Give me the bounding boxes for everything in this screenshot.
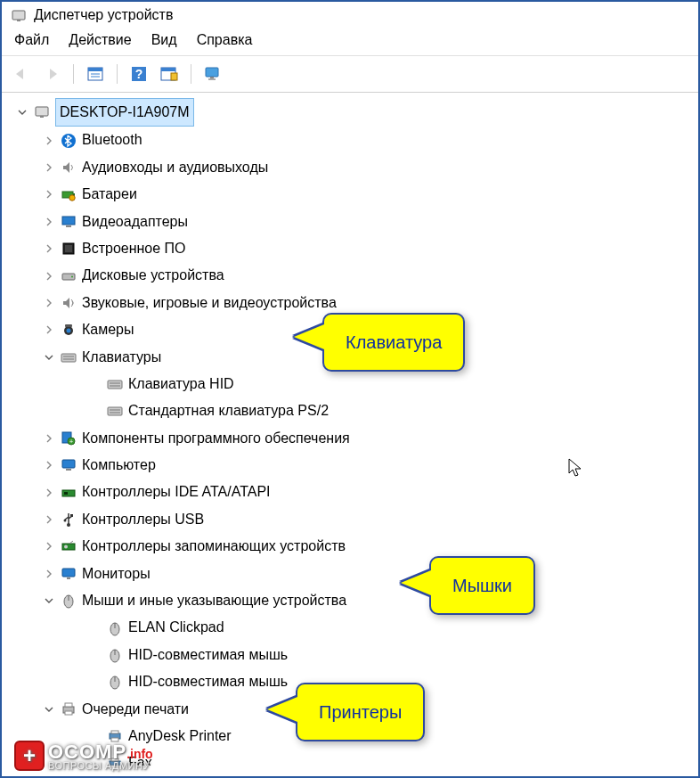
tree-device[interactable]: Стандартная клавиатура PS/2 (5, 397, 698, 424)
callout-keyboard: Клавиатура (322, 313, 465, 372)
svg-rect-61 (65, 703, 72, 707)
tree-label: Контроллеры USB (82, 506, 204, 533)
tree-label: Батареи (82, 181, 137, 208)
nav-back-button[interactable] (9, 61, 34, 86)
caret-right-icon[interactable] (43, 487, 55, 499)
caret-down-icon[interactable] (43, 703, 55, 716)
battery-icon (61, 186, 77, 202)
menu-action[interactable]: Действие (69, 32, 131, 48)
svg-rect-21 (66, 225, 71, 227)
tree-category[interactable]: Встроенное ПО (5, 235, 698, 262)
properties-button[interactable] (83, 61, 108, 86)
tree-category[interactable]: Контроллеры USB (5, 506, 698, 533)
mouse-cursor-icon (568, 458, 582, 478)
tree-category[interactable]: Bluetooth (5, 127, 698, 153)
caret-right-icon[interactable] (43, 161, 55, 174)
menu-help[interactable]: Справка (197, 32, 253, 48)
tree-category[interactable]: Контроллеры запоминающих устройств (5, 533, 698, 560)
tree-root[interactable]: DESKTOP-I1A907M (5, 98, 698, 127)
tree-device[interactable]: Клавиатура HID (5, 371, 698, 397)
tree-device[interactable]: ELAN Clickpad (5, 614, 698, 641)
toolbar: ? (2, 55, 698, 93)
device-manager-window: Диспетчер устройств Файл Действие Вид Сп… (0, 0, 700, 778)
caret-right-icon[interactable] (43, 568, 55, 580)
svg-point-49 (64, 545, 68, 549)
caret-right-icon[interactable] (43, 297, 55, 309)
tree-label: Встроенное ПО (82, 235, 186, 262)
help-button[interactable]: ? (126, 61, 151, 86)
caret-right-icon[interactable] (43, 459, 55, 471)
svg-point-19 (69, 195, 75, 201)
display-icon (61, 214, 77, 230)
tree-label: Аудиовходы и аудиовыходы (82, 154, 268, 181)
tree-category[interactable]: Мониторы (5, 561, 698, 587)
tree-label: ELAN Clickpad (128, 614, 224, 641)
computer-icon (61, 457, 77, 473)
caret-down-icon[interactable] (43, 594, 55, 607)
caret-right-icon[interactable] (43, 242, 55, 255)
watermark: + OCOMP.info ВОПРОСЫ АДМИНУ (14, 741, 153, 771)
tree-category[interactable]: Контроллеры IDE ATA/ATAPI (5, 479, 698, 505)
menu-file[interactable]: Файл (14, 32, 49, 48)
svg-rect-42 (66, 469, 71, 471)
caret-right-icon[interactable] (43, 188, 55, 201)
tree-category[interactable]: Дисковые устройства (5, 262, 698, 289)
mouse-icon (107, 674, 123, 690)
scan-hardware-button[interactable] (157, 61, 182, 86)
svg-rect-28 (65, 324, 72, 327)
caret-right-icon[interactable] (43, 540, 55, 553)
monitor-icon (61, 566, 77, 582)
keyboard-icon (107, 403, 123, 419)
svg-rect-44 (64, 492, 68, 495)
caret-down-icon[interactable] (43, 351, 55, 364)
tree-label: HID-совместимая мышь (128, 642, 288, 668)
bt-icon (61, 133, 77, 149)
svg-point-47 (64, 520, 67, 522)
tree-label: Bluetooth (82, 127, 142, 153)
callout-printers: Принтеры (296, 683, 425, 741)
tree-label: HID-совместимая мышь (128, 668, 288, 695)
menubar: Файл Действие Вид Справка (2, 27, 698, 55)
watermark-sub: ВОПРОСЫ АДМИНУ (48, 760, 153, 771)
menu-view[interactable]: Вид (151, 32, 177, 48)
firmware-icon (61, 241, 77, 257)
tree-category[interactable]: Аудиовходы и аудиовыходы (5, 154, 698, 181)
caret-right-icon[interactable] (43, 216, 55, 228)
app-icon (11, 7, 27, 23)
toolbar-separator (191, 64, 191, 84)
tree-category[interactable]: Видеоадаптеры (5, 209, 698, 235)
caret-right-icon[interactable] (43, 323, 55, 336)
svg-rect-29 (61, 354, 76, 362)
svg-rect-20 (62, 217, 75, 225)
tree-label: Видеоадаптеры (82, 209, 188, 235)
show-hidden-button[interactable] (200, 61, 225, 86)
caret-right-icon[interactable] (43, 270, 55, 283)
tree-label: Камеры (82, 316, 134, 343)
svg-rect-1 (17, 20, 20, 21)
nav-forward-button[interactable] (39, 61, 64, 86)
computer-icon (34, 104, 50, 120)
toolbar-separator (73, 64, 74, 84)
tree-label: Компьютер (82, 452, 156, 479)
caret-down-icon[interactable] (16, 106, 28, 119)
tree-category[interactable]: Батареи (5, 181, 698, 208)
tree-device[interactable]: HID-совместимая мышь (5, 642, 698, 668)
tree-category[interactable]: + Компоненты программного обеспечения (5, 425, 698, 452)
svg-point-45 (67, 523, 70, 527)
caret-right-icon[interactable] (43, 135, 55, 147)
sound-icon (61, 295, 77, 311)
tree-category[interactable]: Мыши и иные указывающие устройства (5, 587, 698, 614)
svg-rect-32 (108, 381, 122, 389)
caret-right-icon[interactable] (43, 432, 55, 445)
root-label[interactable]: DESKTOP-I1A907M (55, 98, 194, 127)
device-tree[interactable]: DESKTOP-I1A907M Bluetooth Аудиовходы и а… (2, 93, 698, 766)
tree-label: Звуковые, игровые и видеоустройства (82, 290, 337, 316)
tree-category[interactable]: Компьютер (5, 452, 698, 479)
svg-rect-23 (65, 245, 72, 252)
watermark-tld: .info (126, 747, 153, 761)
disk-icon (61, 268, 77, 284)
watermark-plus-icon: + (14, 741, 45, 771)
caret-right-icon[interactable] (43, 513, 55, 526)
tree-label: Компоненты программного обеспечения (82, 425, 350, 452)
callout-mice: Мышки (429, 556, 535, 615)
